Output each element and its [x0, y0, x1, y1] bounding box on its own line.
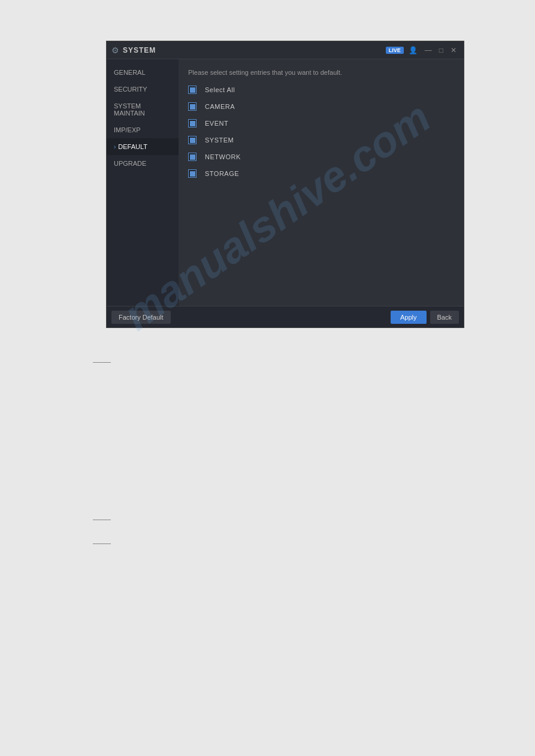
main-content: GENERAL SECURITY SYSTEM MAINTAIN IMP/EXP…	[107, 59, 464, 306]
live-badge: LIVE	[386, 47, 404, 54]
sidebar-item-imp-exp[interactable]: IMP/EXP	[107, 122, 179, 138]
sidebar-label-security: SECURITY	[114, 86, 147, 93]
sidebar-item-general[interactable]: GENERAL	[107, 64, 179, 81]
checkbox-label-network: NETWORK	[205, 153, 241, 160]
sidebar-item-upgrade[interactable]: UPGRADE	[107, 155, 179, 172]
sidebar-label-default: DEFAULT	[118, 143, 147, 150]
sidebar-item-default[interactable]: › DEFAULT	[107, 138, 179, 155]
page-wrapper: manualshive.com ⚙ SYSTEM LIVE 👤 — □ ✕ GE…	[0, 0, 535, 756]
checkbox-list: Select All CAMERA EVENT SYSTEM	[188, 86, 454, 178]
sidebar-item-system-maintain[interactable]: SYSTEM MAINTAIN	[107, 98, 179, 122]
sidebar-item-security[interactable]: SECURITY	[107, 81, 179, 98]
apply-button[interactable]: Apply	[391, 311, 427, 324]
checkbox-row-network[interactable]: NETWORK	[188, 153, 454, 161]
checkbox-system[interactable]	[188, 136, 197, 144]
back-button[interactable]: Back	[430, 311, 459, 324]
title-bar: ⚙ SYSTEM LIVE 👤 — □ ✕	[107, 41, 464, 59]
sidebar-label-imp-exp: IMP/EXP	[114, 126, 141, 133]
checkbox-row-select-all[interactable]: Select All	[188, 86, 454, 94]
system-window: ⚙ SYSTEM LIVE 👤 — □ ✕ GENERAL SECURITY	[106, 41, 464, 328]
checkbox-network[interactable]	[188, 153, 197, 161]
checkbox-label-storage: STORAGE	[205, 170, 239, 177]
title-right: LIVE 👤 — □ ✕	[386, 45, 459, 56]
close-icon[interactable]: ✕	[448, 45, 459, 56]
window-title: SYSTEM	[123, 46, 156, 54]
content-panel: Please select setting entries that you w…	[179, 59, 464, 306]
checkbox-label-event: EVENT	[205, 120, 228, 127]
sidebar-label-system-maintain: SYSTEM MAINTAIN	[114, 102, 171, 117]
right-buttons: Apply Back	[391, 311, 459, 324]
arrow-icon: ›	[114, 144, 116, 150]
checkbox-label-camera: CAMERA	[205, 103, 235, 110]
user-icon[interactable]: 👤	[406, 45, 420, 56]
deco-line-2	[93, 520, 111, 520]
gear-icon: ⚙	[111, 45, 119, 55]
sidebar: GENERAL SECURITY SYSTEM MAINTAIN IMP/EXP…	[107, 59, 179, 306]
instruction-text: Please select setting entries that you w…	[188, 69, 454, 76]
checkbox-row-storage[interactable]: STORAGE	[188, 169, 454, 178]
title-left: ⚙ SYSTEM	[111, 45, 156, 55]
checkbox-storage[interactable]	[188, 169, 197, 178]
factory-default-button[interactable]: Factory Default	[111, 311, 171, 324]
checkbox-row-camera[interactable]: CAMERA	[188, 102, 454, 111]
checkbox-label-system: SYSTEM	[205, 136, 234, 144]
restore-icon[interactable]: □	[437, 45, 446, 56]
checkbox-select-all[interactable]	[188, 86, 197, 94]
checkbox-event[interactable]	[188, 119, 197, 127]
deco-line-1	[93, 362, 111, 363]
checkbox-label-select-all: Select All	[205, 86, 235, 93]
minimize-icon[interactable]: —	[422, 45, 434, 56]
bottom-bar: Factory Default Apply Back	[107, 306, 464, 327]
deco-line-3	[93, 544, 111, 544]
sidebar-label-upgrade: UPGRADE	[114, 160, 146, 167]
checkbox-row-event[interactable]: EVENT	[188, 119, 454, 127]
sidebar-label-general: GENERAL	[114, 69, 146, 76]
checkbox-row-system[interactable]: SYSTEM	[188, 136, 454, 144]
checkbox-camera[interactable]	[188, 102, 197, 111]
